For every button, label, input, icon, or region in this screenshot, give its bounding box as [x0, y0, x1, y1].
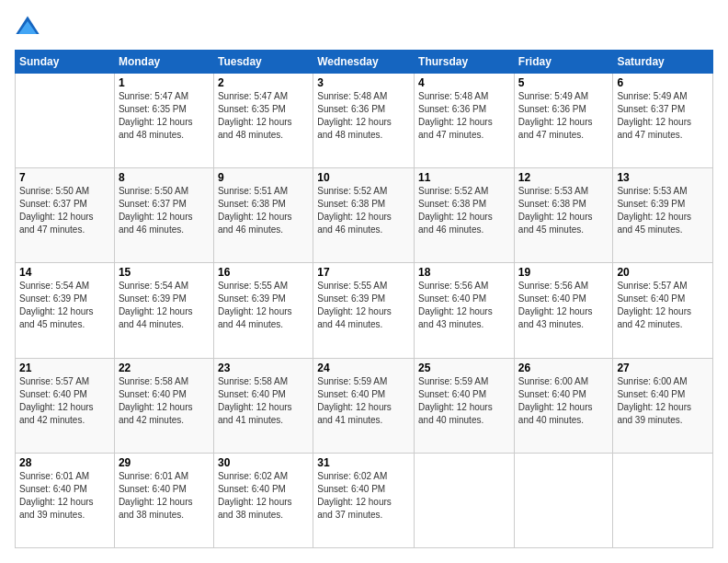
day-cell: 18Sunrise: 5:56 AM Sunset: 6:40 PM Dayli…	[415, 263, 515, 358]
header	[15, 15, 713, 40]
day-cell: 14Sunrise: 5:54 AM Sunset: 6:39 PM Dayli…	[16, 263, 115, 358]
day-number: 1	[119, 76, 210, 89]
day-info: Sunrise: 5:47 AM Sunset: 6:35 PM Dayligh…	[119, 90, 210, 142]
day-cell: 10Sunrise: 5:52 AM Sunset: 6:38 PM Dayli…	[313, 168, 415, 263]
day-info: Sunrise: 6:00 AM Sunset: 6:40 PM Dayligh…	[617, 375, 709, 427]
week-row-2: 7Sunrise: 5:50 AM Sunset: 6:37 PM Daylig…	[16, 168, 713, 263]
day-number: 6	[617, 76, 709, 89]
day-header-tuesday: Tuesday	[213, 51, 313, 74]
day-number: 2	[218, 76, 309, 89]
day-info: Sunrise: 5:51 AM Sunset: 6:38 PM Dayligh…	[218, 185, 309, 236]
day-number: 28	[19, 456, 110, 469]
day-info: Sunrise: 5:50 AM Sunset: 6:37 PM Dayligh…	[119, 185, 210, 236]
day-cell: 29Sunrise: 6:01 AM Sunset: 6:40 PM Dayli…	[114, 453, 213, 547]
day-number: 26	[518, 362, 609, 374]
day-info: Sunrise: 5:57 AM Sunset: 6:40 PM Dayligh…	[19, 375, 110, 427]
day-info: Sunrise: 5:52 AM Sunset: 6:38 PM Dayligh…	[317, 185, 410, 236]
day-cell: 9Sunrise: 5:51 AM Sunset: 6:38 PM Daylig…	[213, 168, 313, 263]
day-cell: 21Sunrise: 5:57 AM Sunset: 6:40 PM Dayli…	[16, 358, 115, 453]
day-cell: 17Sunrise: 5:55 AM Sunset: 6:39 PM Dayli…	[313, 263, 415, 358]
day-number: 4	[418, 76, 510, 89]
day-info: Sunrise: 5:49 AM Sunset: 6:36 PM Dayligh…	[518, 90, 609, 142]
day-info: Sunrise: 5:53 AM Sunset: 6:38 PM Dayligh…	[518, 185, 609, 236]
logo-icon	[15, 15, 40, 40]
day-number: 16	[218, 266, 309, 279]
day-cell	[415, 453, 515, 547]
day-info: Sunrise: 6:00 AM Sunset: 6:40 PM Dayligh…	[518, 375, 609, 427]
day-cell	[16, 74, 115, 168]
day-info: Sunrise: 5:48 AM Sunset: 6:36 PM Dayligh…	[418, 90, 510, 142]
day-number: 29	[119, 456, 210, 469]
day-cell: 5Sunrise: 5:49 AM Sunset: 6:36 PM Daylig…	[514, 74, 613, 168]
day-info: Sunrise: 5:58 AM Sunset: 6:40 PM Dayligh…	[218, 375, 309, 427]
day-number: 27	[617, 362, 709, 374]
day-header-saturday: Saturday	[613, 51, 713, 74]
day-number: 3	[317, 76, 410, 89]
day-header-monday: Monday	[114, 51, 213, 74]
day-info: Sunrise: 6:02 AM Sunset: 6:40 PM Dayligh…	[218, 470, 309, 522]
day-header-wednesday: Wednesday	[313, 51, 415, 74]
day-cell: 20Sunrise: 5:57 AM Sunset: 6:40 PM Dayli…	[613, 263, 713, 358]
day-cell: 28Sunrise: 6:01 AM Sunset: 6:40 PM Dayli…	[16, 453, 115, 547]
day-info: Sunrise: 6:02 AM Sunset: 6:40 PM Dayligh…	[317, 470, 410, 522]
day-cell: 2Sunrise: 5:47 AM Sunset: 6:35 PM Daylig…	[213, 74, 313, 168]
day-info: Sunrise: 5:53 AM Sunset: 6:39 PM Dayligh…	[617, 185, 709, 236]
day-number: 17	[317, 266, 410, 279]
week-row-5: 28Sunrise: 6:01 AM Sunset: 6:40 PM Dayli…	[16, 453, 713, 547]
day-number: 31	[317, 456, 410, 469]
day-cell: 26Sunrise: 6:00 AM Sunset: 6:40 PM Dayli…	[514, 358, 613, 453]
day-header-sunday: Sunday	[16, 51, 115, 74]
day-info: Sunrise: 5:54 AM Sunset: 6:39 PM Dayligh…	[119, 280, 210, 331]
day-info: Sunrise: 5:56 AM Sunset: 6:40 PM Dayligh…	[418, 280, 510, 331]
day-info: Sunrise: 5:52 AM Sunset: 6:38 PM Dayligh…	[418, 185, 510, 236]
day-cell: 30Sunrise: 6:02 AM Sunset: 6:40 PM Dayli…	[213, 453, 313, 547]
logo	[15, 15, 44, 40]
calendar-table: SundayMondayTuesdayWednesdayThursdayFrid…	[15, 50, 713, 548]
day-number: 9	[218, 171, 309, 184]
day-number: 22	[119, 362, 210, 374]
day-info: Sunrise: 5:55 AM Sunset: 6:39 PM Dayligh…	[218, 280, 309, 331]
day-number: 10	[317, 171, 410, 184]
day-info: Sunrise: 5:49 AM Sunset: 6:37 PM Dayligh…	[617, 90, 709, 142]
day-number: 12	[518, 171, 609, 184]
day-info: Sunrise: 5:57 AM Sunset: 6:40 PM Dayligh…	[617, 280, 709, 331]
day-header-thursday: Thursday	[415, 51, 515, 74]
day-info: Sunrise: 5:54 AM Sunset: 6:39 PM Dayligh…	[19, 280, 110, 331]
day-number: 8	[119, 171, 210, 184]
day-cell	[613, 453, 713, 547]
page: SundayMondayTuesdayWednesdayThursdayFrid…	[0, 0, 728, 563]
day-info: Sunrise: 6:01 AM Sunset: 6:40 PM Dayligh…	[19, 470, 110, 522]
day-cell: 31Sunrise: 6:02 AM Sunset: 6:40 PM Dayli…	[313, 453, 415, 547]
day-number: 14	[19, 266, 110, 279]
day-cell	[514, 453, 613, 547]
day-cell: 11Sunrise: 5:52 AM Sunset: 6:38 PM Dayli…	[415, 168, 515, 263]
day-cell: 8Sunrise: 5:50 AM Sunset: 6:37 PM Daylig…	[114, 168, 213, 263]
day-number: 19	[518, 266, 609, 279]
week-row-3: 14Sunrise: 5:54 AM Sunset: 6:39 PM Dayli…	[16, 263, 713, 358]
day-number: 18	[418, 266, 510, 279]
day-info: Sunrise: 5:59 AM Sunset: 6:40 PM Dayligh…	[418, 375, 510, 427]
day-number: 24	[317, 362, 410, 374]
day-info: Sunrise: 5:55 AM Sunset: 6:39 PM Dayligh…	[317, 280, 410, 331]
day-header-friday: Friday	[514, 51, 613, 74]
week-row-4: 21Sunrise: 5:57 AM Sunset: 6:40 PM Dayli…	[16, 358, 713, 453]
day-info: Sunrise: 5:56 AM Sunset: 6:40 PM Dayligh…	[518, 280, 609, 331]
day-number: 25	[418, 362, 510, 374]
day-number: 30	[218, 456, 309, 469]
day-cell: 27Sunrise: 6:00 AM Sunset: 6:40 PM Dayli…	[613, 358, 713, 453]
day-info: Sunrise: 5:47 AM Sunset: 6:35 PM Dayligh…	[218, 90, 309, 142]
week-row-1: 1Sunrise: 5:47 AM Sunset: 6:35 PM Daylig…	[16, 74, 713, 168]
day-info: Sunrise: 5:50 AM Sunset: 6:37 PM Dayligh…	[19, 185, 110, 236]
day-cell: 12Sunrise: 5:53 AM Sunset: 6:38 PM Dayli…	[514, 168, 613, 263]
day-cell: 25Sunrise: 5:59 AM Sunset: 6:40 PM Dayli…	[415, 358, 515, 453]
day-cell: 19Sunrise: 5:56 AM Sunset: 6:40 PM Dayli…	[514, 263, 613, 358]
calendar-header-row: SundayMondayTuesdayWednesdayThursdayFrid…	[16, 51, 713, 74]
day-cell: 4Sunrise: 5:48 AM Sunset: 6:36 PM Daylig…	[415, 74, 515, 168]
day-info: Sunrise: 5:59 AM Sunset: 6:40 PM Dayligh…	[317, 375, 410, 427]
day-cell: 7Sunrise: 5:50 AM Sunset: 6:37 PM Daylig…	[16, 168, 115, 263]
day-cell: 16Sunrise: 5:55 AM Sunset: 6:39 PM Dayli…	[213, 263, 313, 358]
day-info: Sunrise: 6:01 AM Sunset: 6:40 PM Dayligh…	[119, 470, 210, 522]
day-info: Sunrise: 5:58 AM Sunset: 6:40 PM Dayligh…	[119, 375, 210, 427]
day-info: Sunrise: 5:48 AM Sunset: 6:36 PM Dayligh…	[317, 90, 410, 142]
day-cell: 22Sunrise: 5:58 AM Sunset: 6:40 PM Dayli…	[114, 358, 213, 453]
